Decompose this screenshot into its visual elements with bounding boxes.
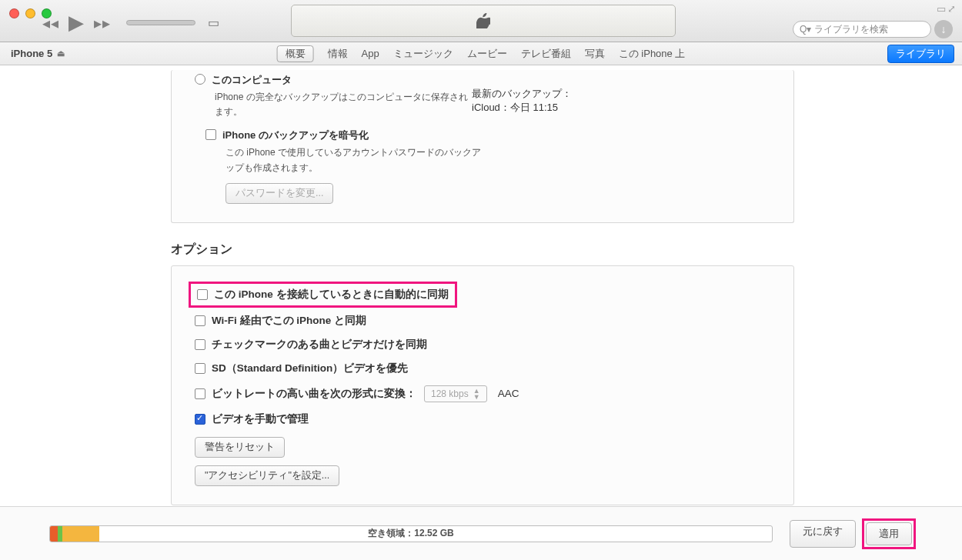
tab-movie[interactable]: ムービー	[467, 47, 507, 61]
search-icon: Q▾	[800, 24, 811, 35]
option-manual-video-row[interactable]: ビデオを手動で管理	[195, 412, 770, 426]
latest-backup-heading: 最新のバックアップ：	[472, 87, 572, 101]
backup-this-computer-label: このコンピュータ	[212, 73, 292, 87]
play-icon[interactable]: ▶	[68, 11, 85, 35]
tab-tv[interactable]: テレビ番組	[521, 47, 571, 61]
checkbox-icon[interactable]	[195, 315, 205, 326]
search-input[interactable]: Q▾ ライブラリを検索	[793, 21, 931, 38]
download-arrow-icon: ↓	[941, 23, 947, 35]
minimize-window-icon[interactable]	[25, 8, 35, 18]
checkbox-icon[interactable]	[205, 129, 216, 140]
library-button[interactable]: ライブラリ	[887, 45, 954, 63]
option-bitrate-label: ビットレートの高い曲を次の形式に変換：	[212, 387, 416, 401]
eject-icon[interactable]: ⏏	[57, 48, 65, 58]
device-tabbar: iPhone 5 ⏏ 概要 情報 App ミュージック ムービー テレビ番組 写…	[0, 42, 962, 65]
reset-warnings-button[interactable]: 警告をリセット	[195, 437, 285, 458]
checkbox-icon[interactable]	[195, 388, 205, 399]
revert-button[interactable]: 元に戻す	[790, 520, 856, 548]
backup-this-computer-desc: iPhone の完全なバックアップはこのコンピュータに保存されます。	[215, 90, 476, 119]
checkbox-icon[interactable]	[195, 414, 205, 425]
encrypt-backup-row[interactable]: iPhone のバックアップを暗号化	[205, 128, 770, 142]
device-name-label[interactable]: iPhone 5 ⏏	[11, 48, 65, 59]
highlight-apply: 適用	[862, 518, 916, 549]
downloads-button[interactable]: ↓	[934, 20, 953, 38]
option-manual-video-label: ビデオを手動で管理	[212, 412, 309, 426]
latest-backup-value: iCloud：今日 11:15	[472, 101, 572, 115]
option-auto-sync-label: この iPhone を接続しているときに自動的に同期	[214, 288, 449, 302]
now-playing-lcd	[291, 5, 676, 37]
capacity-bar: 空き領域：12.52 GB	[49, 525, 773, 542]
device-tabs: 概要 情報 App ミュージック ムービー テレビ番組 写真 この iPhone…	[277, 45, 686, 62]
checkbox-icon[interactable]	[195, 363, 205, 374]
playback-controls: ◂◂ ▶ ▸▸ ▭	[42, 11, 219, 35]
checkbox-icon[interactable]	[197, 289, 208, 300]
prev-track-icon[interactable]: ◂◂	[42, 14, 59, 32]
bitrate-format: AAC	[498, 388, 519, 399]
next-track-icon[interactable]: ▸▸	[94, 14, 111, 32]
bottom-bar: 空き領域：12.52 GB 元に戻す 適用	[0, 506, 962, 560]
highlight-auto-sync: この iPhone を接続しているときに自動的に同期	[189, 282, 457, 308]
encrypt-backup-label: iPhone のバックアップを暗号化	[222, 128, 369, 142]
capacity-free-label: 空き領域：12.52 GB	[50, 527, 772, 540]
apply-button[interactable]: 適用	[866, 522, 912, 545]
change-password-button[interactable]: パスワードを変更...	[225, 183, 333, 204]
bitrate-value: 128 kbps	[431, 388, 469, 399]
backup-panel: このコンピュータ iPhone の完全なバックアップはこのコンピュータに保存され…	[171, 70, 794, 223]
volume-slider[interactable]	[126, 20, 195, 25]
options-heading: オプション	[171, 242, 962, 258]
miniplayer-icon[interactable]: ▭	[937, 3, 946, 15]
options-panel: この iPhone を接続しているときに自動的に同期 Wi-Fi 経由でこの i…	[171, 265, 794, 505]
window-mode-buttons: ▭ ⤢	[937, 3, 956, 15]
backup-this-computer-row[interactable]: このコンピュータ	[195, 73, 770, 87]
tab-on-this-iphone[interactable]: この iPhone 上	[619, 47, 686, 61]
tab-summary[interactable]: 概要	[277, 45, 314, 62]
close-window-icon[interactable]	[9, 8, 19, 18]
configure-accessibility-button[interactable]: "アクセシビリティ"を設定...	[195, 465, 339, 486]
search-placeholder: ライブラリを検索	[814, 23, 888, 36]
airplay-icon[interactable]: ▭	[208, 15, 219, 30]
option-checked-only-row[interactable]: チェックマークのある曲とビデオだけを同期	[195, 338, 770, 352]
window-chrome: ◂◂ ▶ ▸▸ ▭ ▭ ⤢ Q▾ ライブラリを検索 ↓	[0, 0, 962, 42]
fullscreen-icon[interactable]: ⤢	[947, 3, 956, 15]
summary-content: このコンピュータ iPhone の完全なバックアップはこのコンピュータに保存され…	[0, 65, 962, 505]
option-wifi-sync-label: Wi-Fi 経由でこの iPhone と同期	[212, 314, 366, 328]
checkbox-icon[interactable]	[195, 339, 205, 350]
radio-icon[interactable]	[195, 74, 205, 85]
tab-music[interactable]: ミュージック	[393, 47, 453, 61]
bottom-buttons: 元に戻す 適用	[790, 520, 914, 548]
tab-photo[interactable]: 写真	[585, 47, 605, 61]
encrypt-backup-desc: この iPhone で使用しているアカウントパスワードのバックアップも作成されま…	[225, 145, 487, 175]
latest-backup-info: 最新のバックアップ： iCloud：今日 11:15	[472, 87, 572, 115]
option-bitrate-row[interactable]: ビットレートの高い曲を次の形式に変換： 128 kbps ▲▼ AAC	[195, 385, 770, 402]
option-sd-pref-label: SD（Standard Definition）ビデオを優先	[212, 362, 408, 375]
option-checked-only-label: チェックマークのある曲とビデオだけを同期	[212, 338, 427, 352]
apple-logo-icon	[476, 13, 490, 28]
tab-info[interactable]: 情報	[328, 47, 348, 61]
option-wifi-sync-row[interactable]: Wi-Fi 経由でこの iPhone と同期	[195, 314, 770, 328]
tab-app[interactable]: App	[362, 48, 379, 59]
option-auto-sync-row[interactable]: この iPhone を接続しているときに自動的に同期	[195, 285, 770, 304]
stepper-arrows-icon: ▲▼	[473, 388, 480, 400]
bitrate-select[interactable]: 128 kbps ▲▼	[424, 385, 487, 402]
option-sd-pref-row[interactable]: SD（Standard Definition）ビデオを優先	[195, 362, 770, 375]
